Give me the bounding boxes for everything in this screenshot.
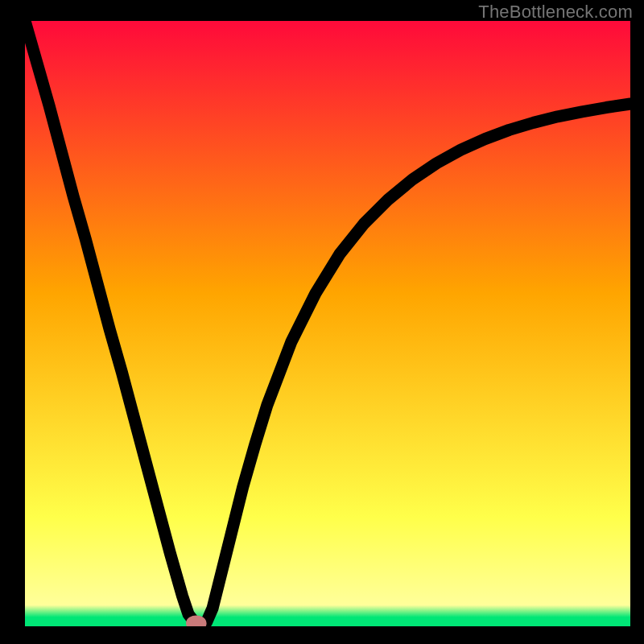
bottleneck-chart <box>25 21 630 626</box>
gradient-background <box>25 21 630 626</box>
chart-frame: TheBottleneck.com <box>0 0 644 644</box>
optimum-point-marker <box>189 618 204 626</box>
watermark-label: TheBottleneck.com <box>478 2 633 23</box>
